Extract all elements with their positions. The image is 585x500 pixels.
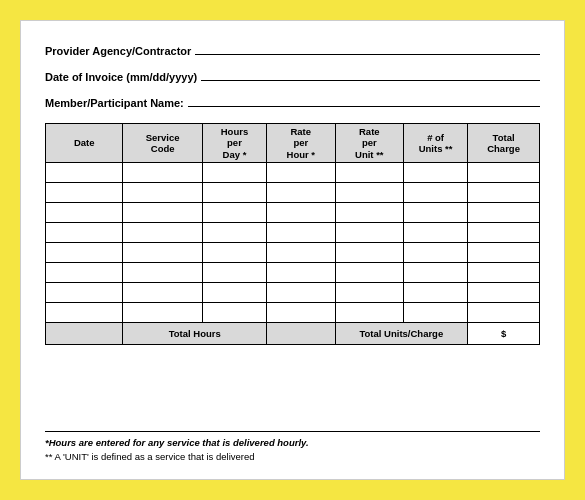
table-cell xyxy=(404,183,468,203)
table-cell xyxy=(267,303,336,323)
table-cell xyxy=(123,243,203,263)
table-cell xyxy=(468,303,540,323)
table-cell xyxy=(46,183,123,203)
note-line-1: *Hours are entered for any service that … xyxy=(45,436,540,449)
table-cell xyxy=(267,223,336,243)
table-cell xyxy=(404,303,468,323)
table-cell xyxy=(335,263,404,283)
col-header-total-charge: TotalCharge xyxy=(468,124,540,163)
table-cell xyxy=(468,263,540,283)
provider-label: Provider Agency/Contractor xyxy=(45,45,191,57)
table-cell xyxy=(404,243,468,263)
table-cell xyxy=(123,303,203,323)
member-line: Member/Participant Name: xyxy=(45,93,540,109)
invoice-table: Date ServiceCode HoursperDay * RateperHo… xyxy=(45,123,540,345)
provider-underline xyxy=(195,41,540,55)
col-header-rate-hour: RateperHour * xyxy=(267,124,336,163)
col-header-date: Date xyxy=(46,124,123,163)
table-cell xyxy=(335,303,404,323)
footer-empty-2 xyxy=(267,323,336,345)
table-row xyxy=(46,203,540,223)
table-cell xyxy=(335,223,404,243)
date-label: Date of Invoice (mm/dd/yyyy) xyxy=(45,71,197,83)
col-header-num-units: # ofUnits ** xyxy=(404,124,468,163)
footer-empty-1 xyxy=(46,323,123,345)
table-cell xyxy=(468,223,540,243)
table-cell xyxy=(46,203,123,223)
table-cell xyxy=(335,243,404,263)
table-cell xyxy=(267,183,336,203)
table-cell xyxy=(46,303,123,323)
table-cell xyxy=(335,203,404,223)
table-row xyxy=(46,303,540,323)
provider-line: Provider Agency/Contractor xyxy=(45,41,540,57)
table-cell xyxy=(468,183,540,203)
table-cell xyxy=(202,283,266,303)
table-cell xyxy=(267,203,336,223)
table-cell xyxy=(335,163,404,183)
table-cell xyxy=(123,163,203,183)
table-cell xyxy=(468,283,540,303)
footer-dollar: $ xyxy=(468,323,540,345)
member-underline xyxy=(188,93,540,107)
table-cell xyxy=(335,183,404,203)
table-cell xyxy=(202,163,266,183)
footer-total-hours: Total Hours xyxy=(123,323,267,345)
table-row xyxy=(46,163,540,183)
table-cell xyxy=(46,283,123,303)
table-cell xyxy=(202,243,266,263)
table-cell xyxy=(267,243,336,263)
table-cell xyxy=(123,183,203,203)
footer-total-units: Total Units/Charge xyxy=(335,323,468,345)
col-header-rate-unit: RateperUnit ** xyxy=(335,124,404,163)
date-underline xyxy=(201,67,540,81)
table-cell xyxy=(202,223,266,243)
notes-section: *Hours are entered for any service that … xyxy=(45,431,540,463)
table-cell xyxy=(267,283,336,303)
table-row xyxy=(46,283,540,303)
invoice-page: Provider Agency/Contractor Date of Invoi… xyxy=(20,20,565,480)
table-cell xyxy=(123,263,203,283)
table-cell xyxy=(123,223,203,243)
table-cell xyxy=(202,183,266,203)
table-cell xyxy=(468,163,540,183)
table-cell xyxy=(123,283,203,303)
table-cell xyxy=(335,283,404,303)
member-label: Member/Participant Name: xyxy=(45,97,184,109)
col-header-service-code: ServiceCode xyxy=(123,124,203,163)
table-row xyxy=(46,223,540,243)
table-cell xyxy=(404,283,468,303)
table-cell xyxy=(123,203,203,223)
table-row xyxy=(46,263,540,283)
table-wrapper: Date ServiceCode HoursperDay * RateperHo… xyxy=(45,123,540,425)
table-cell xyxy=(404,163,468,183)
table-row xyxy=(46,183,540,203)
date-line: Date of Invoice (mm/dd/yyyy) xyxy=(45,67,540,83)
col-header-hours: HoursperDay * xyxy=(202,124,266,163)
table-cell xyxy=(404,223,468,243)
table-cell xyxy=(267,263,336,283)
table-cell xyxy=(267,163,336,183)
table-cell xyxy=(46,263,123,283)
table-cell xyxy=(46,243,123,263)
table-cell xyxy=(404,263,468,283)
table-cell xyxy=(202,203,266,223)
table-cell xyxy=(202,303,266,323)
table-cell xyxy=(46,223,123,243)
table-cell xyxy=(468,203,540,223)
table-cell xyxy=(46,163,123,183)
note-line-2: ** A 'UNIT' is defined as a service that… xyxy=(45,450,540,463)
table-cell xyxy=(468,243,540,263)
table-cell xyxy=(202,263,266,283)
table-cell xyxy=(404,203,468,223)
table-row xyxy=(46,243,540,263)
